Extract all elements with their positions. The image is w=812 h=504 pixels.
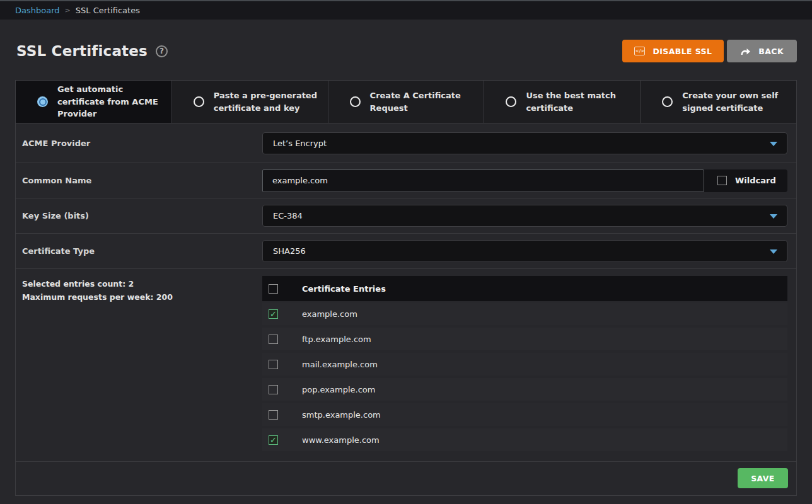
tab-label: Create A Certificate Request <box>370 89 478 114</box>
acme-provider-label: ACME Provider <box>22 139 262 148</box>
tab-label: Create your own self signed certificate <box>682 89 791 114</box>
breadcrumb-bar: Dashboard > SSL Certificates <box>0 0 812 20</box>
key-size-row: Key Size (bits) EC-384 <box>16 198 796 234</box>
save-button[interactable]: SAVE <box>738 468 788 488</box>
redo-arrow-icon <box>740 47 751 55</box>
certificate-type-select[interactable]: SHA256 <box>262 240 787 262</box>
certificate-entries-header-label: Certificate Entries <box>302 284 386 294</box>
certificate-method-tab[interactable]: Create A Certificate Request <box>328 81 485 123</box>
certificate-type-label: Certificate Type <box>22 246 262 256</box>
panel-footer: SAVE <box>16 461 796 495</box>
common-name-input[interactable] <box>262 169 704 192</box>
entry-domain: ftp.example.com <box>302 335 371 344</box>
wildcard-checkbox[interactable] <box>717 176 727 185</box>
certificate-entry-row: smtp.example.com <box>262 403 787 426</box>
certificate-entries-section: Selected entries count: 2 Maximum reques… <box>16 269 796 454</box>
tab-label: Get automatic certificate from ACME Prov… <box>57 83 166 120</box>
key-size-label: Key Size (bits) <box>22 211 262 220</box>
radio-icon <box>37 96 48 107</box>
radio-icon <box>662 96 673 107</box>
entry-checkbox[interactable] <box>269 335 278 344</box>
certificate-entry-row: ftp.example.com <box>262 328 787 350</box>
common-name-row: Common Name Wildcard <box>16 163 796 198</box>
radio-icon <box>194 96 204 107</box>
certificate-entry-row: mail.example.com <box>262 353 787 375</box>
breadcrumb-dashboard-link[interactable]: Dashboard <box>15 6 60 15</box>
acme-provider-select[interactable]: Let’s Encrypt <box>262 132 787 154</box>
code-window-icon: </> <box>634 47 645 55</box>
certificate-entries-table: Certificate Entries ✓example.comftp.exam… <box>262 276 787 454</box>
chevron-down-icon <box>770 249 777 254</box>
certificate-entries-header: Certificate Entries <box>262 276 787 301</box>
disable-ssl-label: DISABLE SSL <box>652 47 712 56</box>
disable-ssl-button[interactable]: </> DISABLE SSL <box>622 40 724 62</box>
chevron-down-icon <box>770 214 777 219</box>
entry-checkbox[interactable]: ✓ <box>269 435 278 445</box>
tab-label: Paste a pre-generated certificate and ke… <box>214 89 322 114</box>
certificate-method-tab[interactable]: Use the best match certificate <box>484 81 641 123</box>
certificate-entries-body: ✓example.comftp.example.commail.example.… <box>262 302 787 451</box>
entry-domain: smtp.example.com <box>302 410 381 420</box>
selected-entries-count: Selected entries count: 2 <box>22 278 262 291</box>
entry-checkbox[interactable]: ✓ <box>269 309 278 319</box>
wildcard-label: Wildcard <box>735 176 776 185</box>
entries-summary: Selected entries count: 2 Maximum reques… <box>22 276 262 304</box>
breadcrumb-current: SSL Certificates <box>76 6 140 15</box>
back-label: BACK <box>758 47 784 56</box>
radio-icon <box>506 96 516 107</box>
entry-checkbox[interactable] <box>269 360 278 369</box>
breadcrumb-separator: > <box>65 6 71 14</box>
chevron-down-icon <box>770 142 777 146</box>
entry-checkbox[interactable] <box>269 410 278 420</box>
certificate-entry-row: ✓www.example.com <box>262 428 787 451</box>
certificate-method-tab[interactable]: Paste a pre-generated certificate and ke… <box>172 81 328 123</box>
common-name-label: Common Name <box>22 176 262 185</box>
wildcard-option[interactable]: Wildcard <box>704 169 787 192</box>
certificate-entry-row: pop.example.com <box>262 378 787 401</box>
certificate-method-tabs: Get automatic certificate from ACME Prov… <box>16 81 796 123</box>
key-size-select[interactable]: EC-384 <box>262 205 787 227</box>
certificate-type-value: SHA256 <box>273 246 306 256</box>
back-button[interactable]: BACK <box>727 40 797 62</box>
acme-provider-value: Let’s Encrypt <box>273 139 327 148</box>
tab-label: Use the best match certificate <box>526 89 634 114</box>
help-icon[interactable]: ? <box>156 45 168 57</box>
page-header: SSL Certificates ? </> DISABLE SSL BACK <box>16 38 797 64</box>
entry-domain: example.com <box>302 309 357 319</box>
certificate-entry-row: ✓example.com <box>262 302 787 325</box>
entry-domain: www.example.com <box>302 435 380 445</box>
radio-icon <box>350 96 361 107</box>
certificate-type-row: Certificate Type SHA256 <box>16 234 796 269</box>
entry-checkbox[interactable] <box>269 385 278 394</box>
ssl-certificates-panel: Get automatic certificate from ACME Prov… <box>15 80 797 496</box>
entry-domain: pop.example.com <box>302 385 375 394</box>
entry-domain: mail.example.com <box>302 360 378 369</box>
certificate-method-tab[interactable]: Create your own self signed certificate <box>641 81 796 123</box>
key-size-value: EC-384 <box>273 211 303 220</box>
certificate-method-tab[interactable]: Get automatic certificate from ACME Prov… <box>16 81 172 123</box>
acme-provider-row: ACME Provider Let’s Encrypt <box>16 123 796 163</box>
select-all-checkbox[interactable] <box>269 284 278 294</box>
max-requests-per-week: Maximum requests per week: 200 <box>22 291 262 304</box>
page-title: SSL Certificates <box>16 43 148 59</box>
